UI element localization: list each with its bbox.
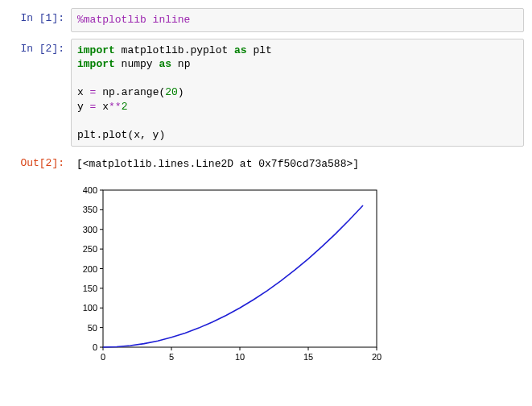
x-assign-pre: x: [77, 86, 90, 98]
cell-in-1: In [1]: %matplotlib inline: [8, 8, 524, 32]
alias-2: np: [171, 58, 190, 70]
alias-1: plt: [247, 44, 272, 56]
kw-as-2: as: [159, 58, 171, 70]
cell-out-2: Out[2]: [<matplotlib.lines.Line2D at 0x7…: [8, 153, 524, 176]
cell-in-2: In [2]: import matplotlib.pyplot as plt …: [8, 39, 524, 147]
svg-text:100: 100: [83, 303, 97, 313]
prompt-out-2: Out[2]:: [8, 153, 71, 169]
y-assign-num: 2: [122, 101, 128, 113]
svg-text:15: 15: [303, 352, 313, 362]
svg-text:150: 150: [83, 284, 97, 293]
magic-text: %matplotlib inline: [77, 14, 190, 26]
prompt-in-2: In [2]:: [8, 39, 71, 55]
mod-2: numpy: [115, 58, 159, 70]
svg-text:50: 50: [88, 323, 97, 333]
svg-text:20: 20: [372, 352, 381, 362]
y-assign-mid: x: [96, 101, 109, 113]
kw-import-1: import: [77, 44, 115, 56]
x-assign-mid: np.arange(: [96, 86, 165, 98]
plot-call: plt.plot(x, y): [77, 128, 518, 143]
input-area-2[interactable]: import matplotlib.pyplot as plt import n…: [71, 39, 524, 147]
chart-output: 05101520050100150200250300350400: [71, 184, 524, 365]
prompt-in-1: In [1]:: [8, 8, 71, 24]
mod-1: matplotlib.pyplot: [115, 44, 234, 56]
x-assign-post: ): [178, 86, 184, 98]
svg-text:400: 400: [83, 185, 97, 195]
svg-rect-0: [103, 190, 377, 347]
svg-text:0: 0: [101, 352, 105, 362]
svg-text:200: 200: [83, 263, 97, 273]
svg-text:5: 5: [169, 352, 174, 362]
y-assign-pre: y: [77, 101, 90, 113]
svg-text:350: 350: [83, 205, 97, 214]
svg-text:10: 10: [235, 352, 245, 362]
output-text-2: [<matplotlib.lines.Line2D at 0x7f50cd73a…: [71, 153, 524, 176]
input-area-1[interactable]: %matplotlib inline: [71, 8, 524, 32]
svg-text:300: 300: [83, 225, 97, 234]
svg-text:0: 0: [93, 342, 97, 352]
kw-as-1: as: [234, 44, 247, 56]
x-assign-num: 20: [165, 86, 178, 98]
kw-import-2: import: [77, 58, 115, 70]
y-assign-pow: **: [109, 101, 122, 113]
line-chart: 05101520050100150200250300350400: [71, 184, 385, 365]
svg-text:250: 250: [83, 244, 97, 254]
